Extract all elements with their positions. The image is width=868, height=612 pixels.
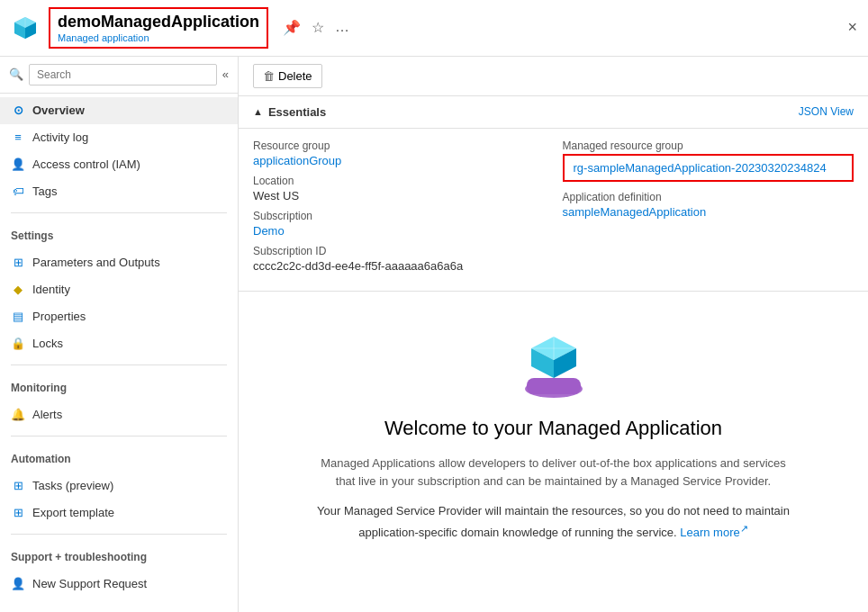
sidebar-item-locks[interactable]: 🔒 Locks xyxy=(0,330,238,357)
managed-rg-column: Managed resource group rg-sampleManagedA… xyxy=(563,140,854,280)
essentials-title: ▲ Essentials xyxy=(253,105,326,119)
delete-button[interactable]: 🗑 Delete xyxy=(253,64,322,88)
divider-settings xyxy=(11,212,227,213)
app-icon xyxy=(11,14,40,42)
search-bar: 🔍 « xyxy=(0,57,238,94)
app-subtitle: Managed application xyxy=(58,32,259,43)
resource-group-item: Resource group applicationGroup Location… xyxy=(253,140,545,280)
subscription-label: Subscription xyxy=(253,210,545,222)
essentials-grid: Resource group applicationGroup Location… xyxy=(239,129,868,292)
sidebar-item-alerts-label: Alerts xyxy=(32,408,62,421)
sidebar-item-properties-label: Properties xyxy=(32,310,86,323)
welcome-text2: Your Managed Service Provider will maint… xyxy=(311,502,796,543)
divider-support xyxy=(11,534,227,535)
subscription-id-label: Subscription ID xyxy=(253,245,545,257)
sidebar-item-tags-label: Tags xyxy=(32,184,57,198)
location-label: Location xyxy=(253,175,545,187)
star-icon[interactable]: ☆ xyxy=(312,19,324,36)
nav-section-settings: ⊞ Parameters and Outputs ◆ Identity ▤ Pr… xyxy=(0,246,238,361)
subscription-value: Demo xyxy=(253,224,545,238)
main-content: ▲ Essentials JSON View Resource group ap… xyxy=(239,96,868,612)
sidebar-item-parameters-label: Parameters and Outputs xyxy=(32,256,160,269)
sidebar-item-new-support[interactable]: 👤 New Support Request xyxy=(0,571,238,598)
managed-rg-link[interactable]: rg-sampleManagedApplication-202303202348… xyxy=(574,161,827,175)
search-icon: 🔍 xyxy=(9,68,23,81)
sidebar-item-access-control-label: Access control (IAM) xyxy=(32,158,140,171)
resource-group-label: Resource group xyxy=(253,140,545,152)
close-button[interactable]: × xyxy=(847,18,857,37)
sidebar-item-identity[interactable]: ◆ Identity xyxy=(0,276,238,303)
nav-section-support: 👤 New Support Request xyxy=(0,567,238,601)
svg-rect-6 xyxy=(527,378,581,394)
search-input[interactable] xyxy=(29,64,217,86)
automation-group-label: Automation xyxy=(0,444,238,469)
sidebar-item-tags[interactable]: 🏷 Tags xyxy=(0,178,238,205)
settings-group-label: Settings xyxy=(0,220,238,246)
support-icon: 👤 xyxy=(11,577,25,591)
sidebar-item-parameters-outputs[interactable]: ⊞ Parameters and Outputs xyxy=(0,249,238,276)
welcome-title: Welcome to your Managed Application xyxy=(384,417,722,440)
access-control-icon: 👤 xyxy=(11,158,25,172)
resource-group-value: applicationGroup xyxy=(253,154,545,167)
locks-icon: 🔒 xyxy=(11,337,25,351)
managed-rg-label: Managed resource group xyxy=(563,140,854,152)
divider-automation xyxy=(11,436,227,436)
export-icon: ⊞ xyxy=(11,506,25,520)
support-group-label: Support + troubleshooting xyxy=(0,542,238,567)
content-area: 🗑 Delete ▲ Essentials JSON View Resource… xyxy=(239,57,868,612)
subscription-id-value: cccc2c2c-dd3d-ee4e-ff5f-aaaaaa6a6a6a xyxy=(253,259,545,273)
sidebar-item-tasks[interactable]: ⊞ Tasks (preview) xyxy=(0,472,238,500)
welcome-text1: Managed Applications allow developers to… xyxy=(311,454,796,492)
json-view-link[interactable]: JSON View xyxy=(799,105,854,118)
identity-icon: ◆ xyxy=(11,283,25,297)
nav-section-main: ⊙ Overview ≡ Activity log 👤 Access contr… xyxy=(0,94,238,209)
sidebar-item-export[interactable]: ⊞ Export template xyxy=(0,500,238,526)
app-definition-link[interactable]: sampleManagedApplication xyxy=(563,205,707,219)
sidebar-item-overview[interactable]: ⊙ Overview xyxy=(0,97,238,124)
properties-icon: ▤ xyxy=(11,310,25,324)
tags-icon: 🏷 xyxy=(11,184,25,199)
sidebar-item-identity-label: Identity xyxy=(32,283,70,296)
pin-icon[interactable]: 📌 xyxy=(283,19,301,36)
sidebar-item-activity-log[interactable]: ≡ Activity log xyxy=(0,124,238,151)
sidebar-item-activity-log-label: Activity log xyxy=(32,130,88,144)
activity-log-icon: ≡ xyxy=(11,130,25,145)
delete-button-label: Delete xyxy=(278,69,312,83)
sidebar: 🔍 « ⊙ Overview ≡ Activity log 👤 Access c… xyxy=(0,57,239,612)
toolbar: 🗑 Delete xyxy=(239,57,868,96)
learn-more-label: Learn more xyxy=(680,526,739,539)
learn-more-link[interactable]: Learn more↗ xyxy=(680,526,747,539)
app-title-block: demoManagedApplication Managed applicati… xyxy=(49,7,268,49)
divider-monitoring xyxy=(11,364,227,365)
learn-more-icon: ↗ xyxy=(740,523,748,534)
parameters-icon: ⊞ xyxy=(11,256,25,270)
top-icons: 📌 ☆ … xyxy=(283,19,349,36)
more-icon[interactable]: … xyxy=(335,19,349,36)
app-definition-value: sampleManagedApplication xyxy=(563,205,854,219)
sidebar-item-export-label: Export template xyxy=(32,506,114,519)
nav-section-automation: ⊞ Tasks (preview) ⊞ Export template xyxy=(0,469,238,530)
top-bar: demoManagedApplication Managed applicati… xyxy=(0,0,868,57)
sidebar-item-locks-label: Locks xyxy=(32,337,63,350)
sidebar-item-overview-label: Overview xyxy=(32,104,85,117)
tasks-icon: ⊞ xyxy=(11,479,25,493)
collapse-essentials-icon[interactable]: ▲ xyxy=(253,106,263,117)
subscription-link[interactable]: Demo xyxy=(253,224,285,238)
managed-rg-box: rg-sampleManagedApplication-202303202348… xyxy=(563,154,854,182)
sidebar-item-alerts[interactable]: 🔔 Alerts xyxy=(0,401,238,428)
sidebar-item-access-control[interactable]: 👤 Access control (IAM) xyxy=(0,151,238,178)
delete-icon: 🗑 xyxy=(263,69,275,83)
app-definition-label: Application definition xyxy=(563,191,854,203)
location-value: West US xyxy=(253,189,545,202)
welcome-cube-icon xyxy=(509,319,599,402)
nav-section-monitoring: 🔔 Alerts xyxy=(0,398,238,432)
alerts-icon: 🔔 xyxy=(11,408,25,422)
sidebar-item-new-support-label: New Support Request xyxy=(32,577,147,590)
sidebar-item-tasks-label: Tasks (preview) xyxy=(32,479,113,492)
resource-group-link[interactable]: applicationGroup xyxy=(253,154,341,167)
app-title: demoManagedApplication xyxy=(58,13,259,32)
sidebar-item-properties[interactable]: ▤ Properties xyxy=(0,303,238,330)
main-layout: 🔍 « ⊙ Overview ≡ Activity log 👤 Access c… xyxy=(0,57,868,612)
monitoring-group-label: Monitoring xyxy=(0,373,238,398)
collapse-icon[interactable]: « xyxy=(222,68,229,81)
